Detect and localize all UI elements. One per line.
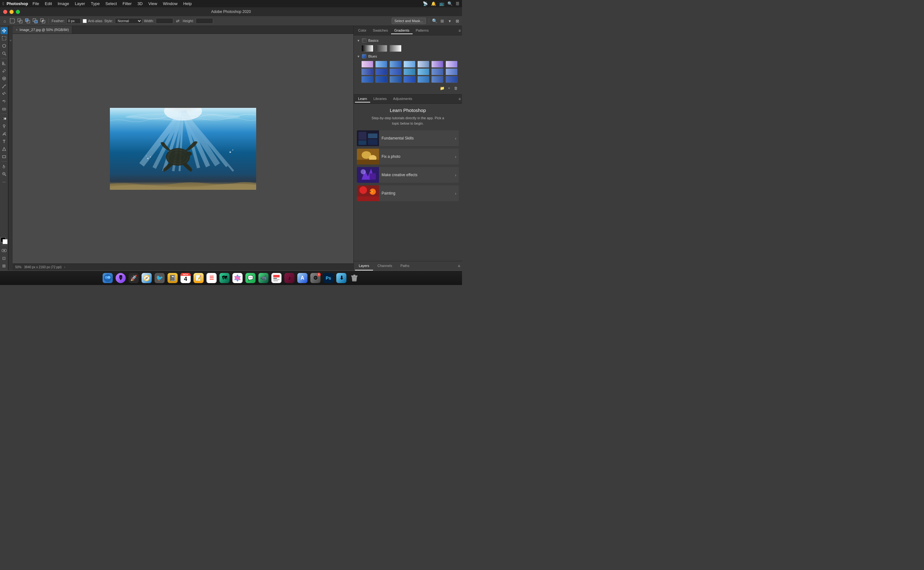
gradient-swatch-b5[interactable]	[417, 61, 429, 68]
gradient-swatch-b3[interactable]	[389, 61, 401, 68]
gradient-swatch-b1[interactable]	[361, 61, 374, 68]
eyedropper-tool[interactable]	[1, 67, 8, 74]
dock-photos[interactable]	[232, 272, 243, 284]
canvas-container[interactable]	[13, 34, 354, 264]
artboard-icon[interactable]: ⊞	[1, 262, 8, 269]
screen-mode-icon[interactable]: ⊡	[1, 254, 8, 262]
width-input[interactable]	[156, 18, 173, 24]
airplay-icon[interactable]: 📺	[439, 1, 444, 6]
gradient-panel-gear-icon[interactable]: ≡	[458, 29, 461, 33]
path-selection-tool[interactable]	[1, 146, 8, 152]
move-tool[interactable]	[1, 27, 8, 34]
app-name[interactable]: Photoshop	[7, 1, 28, 6]
gradient-group-blues-header[interactable]: ▼ Blues	[356, 53, 460, 60]
gradient-swatch-b15[interactable]	[361, 76, 374, 83]
menu-image[interactable]: Image	[55, 1, 72, 7]
gradient-swatch-b14[interactable]	[446, 68, 458, 75]
tutorial-creative-effects[interactable]: Make creative effects ›	[357, 167, 459, 183]
tab-layers[interactable]: Layers	[355, 261, 373, 270]
feather-input[interactable]	[66, 18, 81, 24]
gradient-swatch-bw3[interactable]	[389, 45, 401, 52]
subtract-selection-icon[interactable]	[32, 18, 38, 24]
eraser-tool[interactable]	[1, 105, 8, 112]
tab-gradients[interactable]: Gradients	[391, 27, 413, 34]
gradient-new-folder-icon[interactable]: 📁	[439, 86, 445, 91]
learn-panel-gear-icon[interactable]: ≡	[458, 97, 461, 101]
dock-twitter[interactable]: 🐦	[154, 272, 166, 284]
swap-dimensions-icon[interactable]: ⇄	[175, 18, 181, 24]
notification-icon[interactable]: 🔔	[431, 1, 436, 6]
minimize-button[interactable]	[9, 10, 14, 14]
dock-reminders[interactable]: ☰	[206, 272, 218, 284]
menu-list-icon[interactable]: ☰	[456, 1, 460, 6]
document-tab-close[interactable]: ×	[16, 28, 18, 32]
more-tools-icon[interactable]: ···	[1, 178, 8, 185]
home-icon[interactable]: ⌂	[2, 18, 8, 24]
pen-tool[interactable]	[1, 130, 8, 137]
dock-appstore[interactable]: A	[297, 272, 308, 284]
dock-music[interactable]: ♪	[283, 272, 295, 284]
dock-trash[interactable]	[348, 272, 360, 284]
workspace-menu-icon[interactable]: ▾	[447, 18, 452, 24]
panel-collapse-button[interactable]: «	[8, 26, 13, 270]
dock-notes[interactable]: 📝	[192, 272, 204, 284]
style-select[interactable]: Normal Fixed Ratio Fixed Size	[115, 18, 142, 24]
gradient-swatch-b11[interactable]	[403, 68, 415, 75]
dodge-tool[interactable]	[1, 123, 8, 130]
fullscreen-button[interactable]	[16, 10, 20, 14]
anti-alias-checkbox[interactable]	[83, 19, 87, 23]
dock-messages[interactable]: 💬	[244, 272, 257, 284]
history-brush-tool[interactable]	[1, 98, 8, 105]
lasso-tool[interactable]	[1, 42, 8, 49]
quick-selection-tool[interactable]	[1, 50, 8, 57]
shape-tool[interactable]	[1, 153, 8, 160]
apple-icon[interactable]: 	[3, 1, 4, 6]
intersect-selection-icon[interactable]	[40, 18, 46, 24]
gradient-swatch-b2[interactable]	[375, 61, 387, 68]
gradient-swatch-b6[interactable]	[431, 61, 443, 68]
height-input[interactable]	[196, 18, 213, 24]
dock-news[interactable]	[271, 272, 283, 284]
dock-launchpad[interactable]: 🚀	[128, 272, 140, 284]
tab-color[interactable]: Color	[355, 27, 369, 34]
menu-select[interactable]: Select	[103, 1, 119, 7]
gradient-swatch-b20[interactable]	[431, 76, 443, 83]
crop-tool[interactable]	[1, 60, 8, 67]
gradient-new-icon[interactable]: +	[446, 86, 452, 91]
search-icon[interactable]: 🔍	[432, 18, 437, 23]
marquee-options-icon[interactable]	[9, 18, 15, 24]
search-menu-icon[interactable]: 🔍	[447, 1, 452, 6]
dock-calendar[interactable]: NOV 4	[180, 272, 192, 284]
layers-panel-gear-icon[interactable]: ≡	[458, 264, 460, 268]
gradient-swatch-b4[interactable]	[403, 61, 415, 68]
menu-edit[interactable]: Edit	[42, 1, 54, 7]
dock-downloads[interactable]: ⬇	[335, 272, 347, 284]
dock-finder[interactable]	[101, 272, 114, 284]
clone-stamp-tool[interactable]	[1, 90, 8, 97]
gradient-swatch-b19[interactable]	[417, 76, 429, 83]
workspace-icon[interactable]: ⊞	[439, 18, 445, 24]
gradient-swatch-b9[interactable]	[375, 68, 387, 75]
close-button[interactable]	[3, 10, 7, 14]
zoom-tool[interactable]	[1, 170, 8, 178]
menu-filter[interactable]: Filter	[120, 1, 134, 7]
background-color[interactable]	[3, 239, 8, 244]
menu-type[interactable]: Type	[88, 1, 102, 7]
tab-adjustments[interactable]: Adjustments	[390, 95, 415, 103]
dock-notebooks[interactable]: 📓	[166, 272, 178, 284]
status-arrow-icon[interactable]: ›	[64, 265, 65, 269]
gradient-swatch-b17[interactable]	[389, 76, 401, 83]
gradient-delete-icon[interactable]: 🗑	[453, 86, 459, 91]
gradient-swatch-b12[interactable]	[417, 68, 429, 75]
gradient-swatch-b7[interactable]	[446, 61, 458, 68]
gradient-group-basics-header[interactable]: ▼ Basics	[356, 37, 460, 44]
gradient-tool[interactable]	[1, 115, 8, 122]
tutorial-painting[interactable]: Painting ›	[357, 185, 459, 201]
foreground-background-colors[interactable]	[1, 237, 8, 244]
menu-3d[interactable]: 3D	[135, 1, 145, 7]
dock-photoshop[interactable]: Ps	[322, 272, 334, 284]
tab-swatches[interactable]: Swatches	[369, 27, 391, 34]
tutorial-fix-photo[interactable]: Fix a photo ›	[357, 149, 459, 164]
document-tab[interactable]: × Image_27.jpg @ 50% (RGB/8#)	[13, 26, 72, 34]
gradient-swatch-bw2[interactable]	[375, 45, 387, 52]
